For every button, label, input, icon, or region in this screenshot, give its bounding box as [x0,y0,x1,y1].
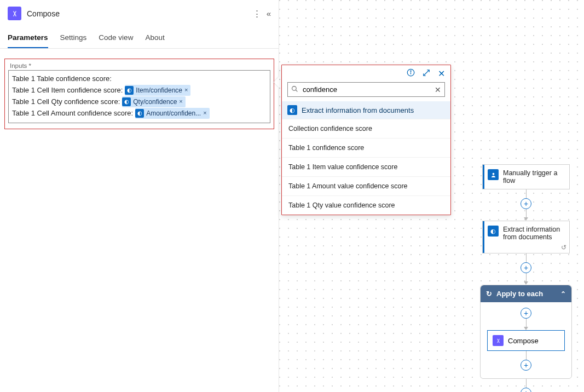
search-input[interactable] [300,84,435,95]
node-compose[interactable]: Compose [487,330,565,351]
tab-settings[interactable]: Settings [60,30,87,48]
tab-codeview[interactable]: Code view [99,30,133,48]
collapse-icon[interactable]: « [267,9,271,19]
add-step-button[interactable]: + [521,262,531,273]
connector [526,189,527,198]
inputs-line3-text: Table 1 Cell Qty confidence score: [12,96,120,107]
add-step-button[interactable]: + [521,198,531,209]
token-item-confidence[interactable]: ◐ Item/confidence × [125,85,190,96]
config-panel: Compose ⋮ « Parameters Settings Code vie… [0,0,279,392]
token-icon: ◐ [125,86,134,95]
add-step-button[interactable]: + [521,388,531,392]
flow-tree: Manually trigger a flow + ◐ Extract info… [480,164,572,392]
expand-icon[interactable] [423,69,430,79]
result-group-header[interactable]: ◐ Extract information from documents [282,101,450,119]
apply-label: Apply to each [496,290,543,298]
inputs-field[interactable]: Table 1 Table confidence score: Table 1 … [8,70,270,123]
result-qty-value-confidence[interactable]: Table 1 Qty value confidence score [282,195,450,215]
node-label: Compose [508,337,539,345]
inputs-line-2: Table 1 Cell Item confidence score: ◐ It… [12,85,267,96]
apply-body: + Compose + [481,302,571,378]
popup-header: ✕ [282,65,450,81]
token-icon: ◐ [122,97,131,106]
token-icon: ◐ [135,109,144,118]
trigger-icon [488,169,499,180]
close-icon[interactable]: ✕ [438,68,445,79]
token-qty-confidence[interactable]: ◐ Qty/confidence × [122,96,185,107]
inputs-label: Inputs * [10,62,270,69]
inputs-line-1: Table 1 Table confidence score: [12,73,267,84]
token-remove-icon[interactable]: × [179,97,182,106]
add-step-button[interactable]: + [521,360,531,371]
search-row: ✕ [287,82,445,97]
inputs-line2-text: Table 1 Cell Item confidence score: [12,85,123,96]
compose-icon [493,335,504,346]
search-icon [291,85,298,94]
connector [526,351,527,360]
node-apply-to-each[interactable]: ↻ Apply to each ⌃ + Compose + [480,285,572,379]
node-label: Extract information from documents [503,226,564,241]
tab-bar: Parameters Settings Code view About [0,26,279,49]
ai-builder-icon: ◐ [488,226,499,237]
panel-header: Compose ⋮ « [0,0,279,26]
node-extract[interactable]: ◐ Extract information from documents ↺ [482,221,570,253]
inputs-line4-text: Table 1 Cell Amount confidence score: [12,108,133,119]
clear-search-icon[interactable]: ✕ [435,85,441,94]
svg-point-5 [492,172,494,175]
inputs-section: Inputs * Table 1 Table confidence score:… [4,59,274,129]
token-amount-confidence[interactable]: ◐ Amount/confiden... × [135,108,210,119]
node-label: Manually trigger a flow [503,169,564,185]
node-trigger[interactable]: Manually trigger a flow [482,164,570,189]
inputs-line1-text: Table 1 Table confidence score: [12,73,112,84]
connector-icon: ◐ [287,105,297,115]
chevron-up-icon[interactable]: ⌃ [560,290,566,298]
tab-parameters[interactable]: Parameters [8,30,48,48]
info-icon[interactable] [407,68,415,79]
compose-icon [8,7,21,20]
more-icon[interactable]: ⋮ [253,9,261,19]
inputs-line-4: Table 1 Cell Amount confidence score: ◐ … [12,108,267,119]
connector [526,273,527,282]
connector [526,209,527,218]
tab-about[interactable]: About [145,30,164,48]
token-label: Qty/confidence [133,97,177,107]
token-label: Item/confidence [136,85,182,95]
panel-title: Compose [27,9,253,18]
result-item-value-confidence[interactable]: Table 1 Item value confidence score [282,157,450,176]
connector [526,253,527,262]
loop-icon: ↻ [486,290,492,298]
connector [526,379,527,388]
svg-point-2 [410,71,411,71]
group-title: Extract information from documents [302,106,414,114]
node-stripe [483,165,484,189]
result-collection-confidence[interactable]: Collection confidence score [282,119,450,138]
result-table1-confidence[interactable]: Table 1 confidence score [282,138,450,157]
result-amount-value-confidence[interactable]: Table 1 Amount value confidence score [282,176,450,195]
linked-icon: ↺ [561,244,566,251]
token-label: Amount/confiden... [146,108,201,118]
apply-header[interactable]: ↻ Apply to each ⌃ [481,285,571,302]
svg-line-4 [296,90,297,91]
svg-point-3 [292,86,297,90]
token-remove-icon[interactable]: × [203,108,206,118]
token-remove-icon[interactable]: × [184,85,188,95]
flow-canvas[interactable]: ✕ ✕ ◐ Extract information from documents… [279,0,584,392]
connector [526,319,527,327]
node-stripe [483,221,484,253]
add-step-button[interactable]: + [521,308,531,319]
popup-notch [274,77,279,88]
dynamic-content-popup: ✕ ✕ ◐ Extract information from documents… [281,65,451,215]
inputs-line-3: Table 1 Cell Qty confidence score: ◐ Qty… [12,96,267,107]
